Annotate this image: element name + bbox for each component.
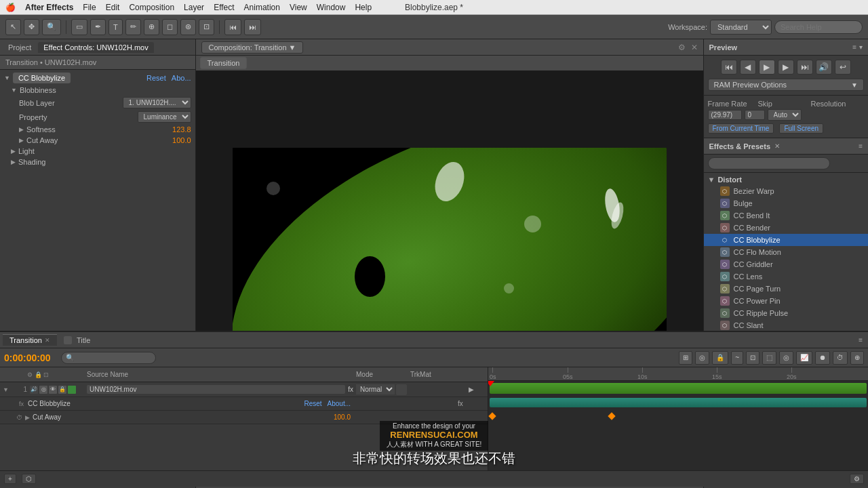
- effect-cc-slant[interactable]: ⬡ CC Slant: [704, 319, 868, 331]
- softness-triangle[interactable]: ▶: [19, 126, 24, 133]
- menu-view[interactable]: View: [290, 3, 307, 12]
- frame-rate-input[interactable]: [708, 110, 742, 120]
- effect-bezier-warp[interactable]: ⬡ Bezier Warp: [704, 185, 868, 197]
- effect-cc-bend-it[interactable]: ⬡ CC Bend It: [704, 209, 868, 222]
- timeline-tab-title[interactable]: Title: [57, 335, 97, 346]
- menu-edit[interactable]: Edit: [106, 3, 120, 12]
- effect-cc-bender[interactable]: ⬡ CC Bender: [704, 222, 868, 234]
- tool-clone[interactable]: ⊕: [144, 19, 159, 35]
- tool-move[interactable]: ✥: [24, 19, 39, 35]
- layer-1-solo-icon[interactable]: ◎: [39, 386, 47, 394]
- comp-name-tab[interactable]: Transition: [200, 57, 248, 69]
- layer-1-visibility-icon[interactable]: 👁: [49, 386, 57, 394]
- effect-track-bar[interactable]: [490, 398, 867, 407]
- blobiness-triangle[interactable]: ▼: [11, 87, 17, 94]
- timeline-search-input[interactable]: [61, 352, 156, 364]
- timeline-motion-blur-btn[interactable]: ◎: [779, 351, 793, 365]
- composition-mini-btn[interactable]: ⬡: [22, 474, 36, 484]
- comp-close-icon[interactable]: ✕: [691, 43, 698, 52]
- cut-away-stopwatch-icon[interactable]: ⏱: [16, 414, 22, 421]
- audio-btn[interactable]: 🔊: [816, 60, 832, 75]
- timeline-graph-editor-btn[interactable]: 📈: [796, 351, 812, 365]
- app-name[interactable]: After Effects: [25, 3, 73, 12]
- ram-preview-btn[interactable]: RAM Preview Options ▼: [708, 79, 864, 91]
- tab-effect-controls[interactable]: Effect Controls: UNW102H.mov: [38, 42, 153, 53]
- from-current-time-btn[interactable]: From Current Time: [708, 123, 774, 134]
- light-triangle[interactable]: ▶: [11, 148, 16, 155]
- comp-settings-icon[interactable]: ⚙: [678, 43, 686, 52]
- cut-away-tl-value[interactable]: 100.0: [334, 413, 356, 421]
- last-frame-btn[interactable]: ⏭: [797, 60, 813, 75]
- menu-file[interactable]: File: [83, 3, 96, 12]
- timeline-menu-btn[interactable]: ≡: [856, 333, 865, 346]
- timeline-shy-btn[interactable]: ~: [731, 351, 743, 365]
- timeline-modes-btn[interactable]: ⊕: [850, 351, 864, 365]
- shading-triangle[interactable]: ▶: [11, 159, 16, 165]
- timeline-settings-btn[interactable]: ⚙: [850, 474, 864, 484]
- menu-animation[interactable]: Animation: [244, 3, 280, 12]
- help-search[interactable]: [774, 20, 863, 34]
- full-screen-btn[interactable]: Full Screen: [779, 123, 823, 134]
- softness-value[interactable]: 123.8: [172, 125, 191, 134]
- tool-puppet[interactable]: ⊡: [199, 19, 214, 35]
- effect-cc-ripple-pulse[interactable]: ⬡ CC Ripple Pulse: [704, 307, 868, 319]
- preview-collapse-btn[interactable]: ▾: [859, 43, 863, 51]
- play-btn[interactable]: ▶: [759, 60, 775, 75]
- reset-button[interactable]: Reset: [146, 74, 166, 82]
- effect-cc-blobbylize[interactable]: ⬡ CC Blobbylize: [704, 234, 868, 246]
- loop-btn[interactable]: ↩: [835, 60, 851, 75]
- timeline-frame-blend-btn[interactable]: ⬚: [762, 351, 776, 365]
- effect-cc-page-turn[interactable]: ⬡ CC Page Turn: [704, 283, 868, 295]
- effect-cc-flo-motion[interactable]: ⬡ CC Flo Motion: [704, 246, 868, 258]
- layer-1-fx-label[interactable]: fx: [348, 386, 353, 393]
- menu-window[interactable]: Window: [317, 3, 346, 12]
- keyframe-diamond-2[interactable]: [608, 412, 615, 420]
- timeline-track-area[interactable]: 0s 05s 10s 15s 20s: [488, 367, 868, 470]
- timeline-render-btn[interactable]: ⏺: [815, 351, 830, 365]
- menu-composition[interactable]: Composition: [129, 3, 174, 12]
- timeline-new-comp-btn[interactable]: ⊞: [679, 351, 692, 365]
- tool-zoom[interactable]: 🔍: [42, 19, 61, 35]
- first-frame-btn[interactable]: ⏮: [721, 60, 737, 75]
- effects-search-input[interactable]: [708, 157, 830, 169]
- prev-frame-btn[interactable]: ◀: [740, 60, 756, 75]
- menu-layer[interactable]: Layer: [184, 3, 204, 12]
- effects-close-btn[interactable]: ✕: [774, 142, 780, 150]
- tool-brush[interactable]: ✏: [125, 19, 141, 35]
- layer-1-lock-icon[interactable]: 🔒: [58, 386, 66, 394]
- distort-category[interactable]: ▼ Distort: [704, 174, 868, 185]
- effect-bulge[interactable]: ⬡ Bulge: [704, 197, 868, 209]
- property-select[interactable]: Luminance: [138, 111, 191, 123]
- layer-1-name[interactable]: UNW102H.mov: [87, 385, 345, 394]
- layer-1-label-icon[interactable]: [68, 386, 76, 394]
- effects-menu-btn[interactable]: ≡: [859, 142, 863, 150]
- cut-away-expand-arrow[interactable]: ▶: [25, 414, 30, 421]
- layer-1-mode-check[interactable]: [396, 384, 407, 395]
- menu-help[interactable]: Help: [355, 3, 372, 12]
- layer-1-expand[interactable]: ▼: [3, 386, 14, 393]
- tool-rect[interactable]: ▭: [71, 19, 87, 35]
- tool-eraser[interactable]: ◻: [162, 19, 178, 35]
- effect-expand-triangle[interactable]: ▼: [4, 75, 10, 81]
- workspace-select[interactable]: Standard: [710, 20, 772, 35]
- next-frame-btn[interactable]: ▶: [778, 60, 794, 75]
- timeline-collapse-btn[interactable]: ⊡: [746, 351, 760, 365]
- tool-select[interactable]: ↖: [5, 19, 21, 35]
- apple-menu[interactable]: 🍎: [5, 3, 16, 12]
- tool-roto[interactable]: ⊛: [180, 19, 196, 35]
- tool-preview1[interactable]: ⏮: [224, 19, 241, 35]
- tool-preview2[interactable]: ⏭: [244, 19, 261, 35]
- effect-reset-btn[interactable]: Reset: [304, 400, 327, 407]
- about-button[interactable]: Abo...: [172, 74, 191, 82]
- composition-dropdown[interactable]: Composition: Transition ▼: [201, 41, 304, 54]
- new-layer-btn[interactable]: +: [4, 474, 16, 484]
- timeline-time-stretch-btn[interactable]: ⏱: [833, 351, 848, 365]
- effect-about-btn[interactable]: About...: [328, 400, 356, 407]
- timeline-lock-btn[interactable]: 🔒: [712, 351, 728, 365]
- blob-layer-select[interactable]: 1. UNW102H....: [123, 97, 191, 108]
- timeline-tab-transition[interactable]: Transition ✕: [3, 334, 57, 346]
- timeline-tab-close-transition[interactable]: ✕: [45, 337, 50, 344]
- menu-effect[interactable]: Effect: [214, 3, 234, 12]
- tool-text[interactable]: T: [108, 19, 123, 35]
- tool-pen[interactable]: ✒: [90, 19, 106, 35]
